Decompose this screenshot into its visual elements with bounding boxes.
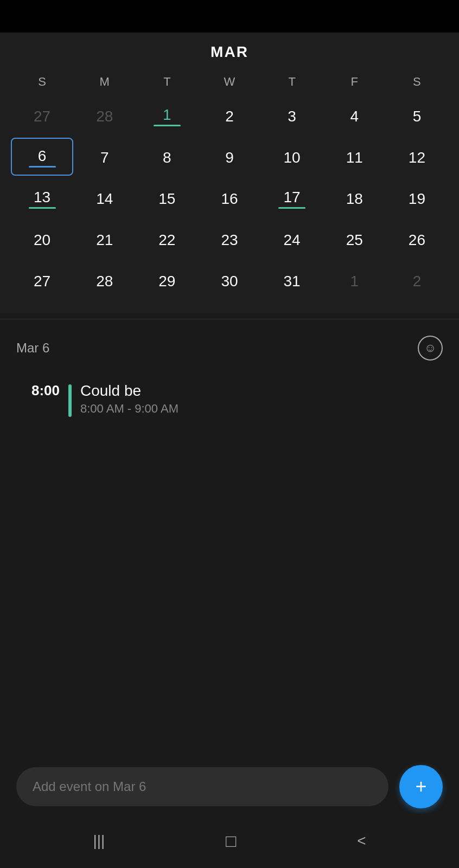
calendar-day-29[interactable]: 29 [136, 261, 198, 299]
calendar-day-14[interactable]: 14 [73, 179, 136, 217]
calendar-day-1[interactable]: 1 [136, 97, 198, 134]
add-event-input[interactable] [16, 767, 388, 806]
calendar-day-25[interactable]: 25 [323, 220, 386, 258]
black-box [0, 0, 49, 33]
top-bar [0, 0, 459, 33]
calendar-week-4: 20 21 22 23 24 25 26 [11, 220, 448, 258]
calendar-month-title: MAR [11, 38, 448, 72]
day-header-sun: S [11, 72, 73, 92]
calendar-day-16[interactable]: 16 [198, 179, 260, 217]
event-title: Could be [80, 382, 178, 400]
plus-icon: + [415, 777, 426, 796]
day-header-fri: F [323, 72, 386, 92]
calendar-day-7[interactable]: 7 [73, 138, 136, 176]
calendar-day-21[interactable]: 21 [73, 220, 136, 258]
calendar-day-27[interactable]: 27 [11, 261, 73, 299]
calendar-day-28-prev[interactable]: 28 [73, 97, 136, 134]
day-header-sat: S [386, 72, 448, 92]
menu-icon[interactable]: ||| [93, 832, 105, 850]
calendar-day-13[interactable]: 13 [11, 179, 73, 217]
calendar-day-31[interactable]: 31 [261, 261, 323, 299]
calendar-day-23[interactable]: 23 [198, 220, 260, 258]
events-date: Mar 6 [16, 340, 49, 356]
calendar-day-28[interactable]: 28 [73, 261, 136, 299]
calendar-week-2: 6 7 8 9 10 11 12 [11, 138, 448, 176]
calendar-day-6[interactable]: 6 [11, 138, 73, 176]
calendar-grid: S M T W T F S 27 28 1 2 3 4 5 6 7 8 9 10… [11, 72, 448, 299]
day-header-wed: W [198, 72, 260, 92]
calendar-day-22[interactable]: 22 [136, 220, 198, 258]
calendar-day-11[interactable]: 11 [323, 138, 386, 176]
calendar-day-24[interactable]: 24 [261, 220, 323, 258]
calendar-day-26[interactable]: 26 [386, 220, 448, 258]
calendar-day-10[interactable]: 10 [261, 138, 323, 176]
add-event-button[interactable]: + [399, 765, 443, 808]
calendar-day-2-next[interactable]: 2 [386, 261, 448, 299]
calendar-day-19[interactable]: 19 [386, 179, 448, 217]
calendar-day-2[interactable]: 2 [198, 97, 260, 134]
calendar-day-3[interactable]: 3 [261, 97, 323, 134]
day-header-thu: T [261, 72, 323, 92]
calendar-day-15[interactable]: 15 [136, 179, 198, 217]
calendar-week-5: 27 28 29 30 31 1 2 [11, 261, 448, 299]
emoji-button[interactable]: ☺ [418, 336, 443, 361]
event-color-indicator [68, 384, 72, 417]
calendar-day-27-prev[interactable]: 27 [11, 97, 73, 134]
calendar-week-1: 27 28 1 2 3 4 5 [11, 97, 448, 134]
back-icon[interactable]: < [357, 832, 366, 850]
calendar-day-30[interactable]: 30 [198, 261, 260, 299]
event-item[interactable]: 8:00 Could be 8:00 AM - 9:00 AM [16, 377, 443, 422]
calendar-day-8[interactable]: 8 [136, 138, 198, 176]
calendar-day-1-next[interactable]: 1 [323, 261, 386, 299]
day-header-tue: T [136, 72, 198, 92]
nav-bar: ||| □ < [0, 814, 459, 868]
events-header: Mar 6 ☺ [16, 336, 443, 361]
bottom-area: + [0, 765, 459, 808]
home-icon[interactable]: □ [226, 831, 236, 851]
calendar-day-18[interactable]: 18 [323, 179, 386, 217]
calendar-header-row: S M T W T F S [11, 72, 448, 92]
calendar-section: MAR S M T W T F S 27 28 1 2 3 4 5 6 7 8 … [0, 33, 459, 313]
calendar-day-12[interactable]: 12 [386, 138, 448, 176]
calendar-day-9[interactable]: 9 [198, 138, 260, 176]
day-header-mon: M [73, 72, 136, 92]
calendar-day-20[interactable]: 20 [11, 220, 73, 258]
event-time-range: 8:00 AM - 9:00 AM [80, 402, 178, 416]
event-time: 8:00 [16, 382, 60, 399]
event-details: Could be 8:00 AM - 9:00 AM [80, 382, 178, 416]
calendar-day-4[interactable]: 4 [323, 97, 386, 134]
calendar-week-3: 13 14 15 16 17 18 19 [11, 179, 448, 217]
calendar-day-17[interactable]: 17 [261, 179, 323, 217]
events-section: Mar 6 ☺ 8:00 Could be 8:00 AM - 9:00 AM [0, 319, 459, 433]
calendar-day-5[interactable]: 5 [386, 97, 448, 134]
